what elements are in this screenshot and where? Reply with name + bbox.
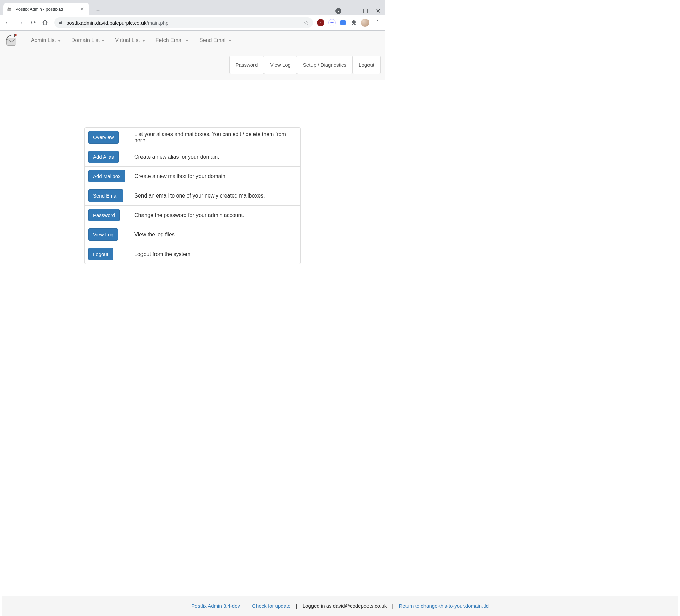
profile-avatar-icon[interactable] (361, 19, 369, 27)
row-desc: Change the password for your admin accou… (135, 212, 297, 218)
svg-rect-16 (14, 34, 15, 37)
svg-rect-14 (340, 21, 346, 25)
nav-logout-button[interactable]: Logout (352, 56, 380, 74)
row-desc: Send an email to one of your newly creat… (135, 193, 297, 199)
svg-point-5 (331, 22, 333, 24)
new-tab-button[interactable]: + (93, 5, 103, 16)
nav-setup-button[interactable]: Setup / Diagnostics (297, 56, 353, 74)
browser-chrome: Postfix Admin - postfixad ✕ + ▾ — ✕ ← → … (0, 0, 385, 30)
nav-virtual-list[interactable]: Virtual List (110, 34, 149, 47)
main-content: Overview List your aliases and mailboxes… (0, 81, 385, 324)
row-desc: Create a new mailbox for your domain. (135, 173, 297, 179)
nav-viewlog-button[interactable]: View Log (263, 56, 297, 74)
row-desc: Logout from the system (135, 251, 297, 257)
svg-text:u: u (320, 22, 321, 24)
nav-send-email[interactable]: Send Email (195, 34, 236, 47)
overview-button[interactable]: Overview (88, 131, 119, 143)
extension-icon[interactable] (328, 19, 336, 27)
add-alias-button[interactable]: Add Alias (88, 150, 119, 163)
favicon-icon (7, 6, 13, 12)
svg-line-12 (330, 24, 331, 25)
app-header: Admin List Domain List Virtual List Fetc… (0, 30, 385, 81)
list-item: Add Mailbox Create a new mailbox for you… (85, 167, 301, 186)
action-list: Overview List your aliases and mailboxes… (85, 128, 301, 264)
view-log-button[interactable]: View Log (88, 228, 118, 241)
nav-domain-list[interactable]: Domain List (67, 34, 109, 47)
extensions-row: u ⋮ (317, 19, 382, 27)
tab-strip: Postfix Admin - postfixad ✕ + ▾ — ✕ (0, 0, 385, 16)
lock-icon (58, 21, 63, 25)
svg-line-13 (333, 21, 334, 22)
nav-label: Fetch Email (155, 37, 184, 43)
caret-down-icon (142, 40, 145, 41)
ublock-icon[interactable]: u (317, 19, 324, 27)
nav-password-button[interactable]: Password (229, 56, 264, 74)
caret-down-icon (102, 40, 104, 41)
forward-icon: → (16, 20, 25, 27)
svg-line-11 (333, 24, 334, 25)
list-item: Overview List your aliases and mailboxes… (85, 128, 301, 147)
back-icon[interactable]: ← (3, 20, 12, 27)
nav-menu: Admin List Domain List Virtual List Fetc… (26, 34, 236, 47)
navbar: Admin List Domain List Virtual List Fetc… (0, 31, 385, 50)
nav-label: Admin List (31, 37, 56, 43)
nav-fetch-email[interactable]: Fetch Email (151, 34, 193, 47)
nav-right: Password View Log Setup / Diagnostics Lo… (0, 50, 385, 80)
kebab-menu-icon[interactable]: ⋮ (373, 19, 382, 27)
url-text: postfixadmin.david.palepurple.co.uk/main… (66, 20, 168, 26)
password-button[interactable]: Password (88, 209, 120, 221)
nav-label: Domain List (72, 37, 100, 43)
app-logo-icon[interactable] (3, 32, 22, 48)
nav-label: Send Email (199, 37, 227, 43)
maximize-icon[interactable] (364, 9, 368, 13)
caret-down-icon (58, 40, 61, 41)
svg-rect-1 (11, 7, 11, 8)
extension-icon-2[interactable] (340, 20, 346, 26)
caret-down-icon (186, 40, 189, 41)
close-window-icon[interactable]: ✕ (375, 7, 380, 15)
nav-label: Virtual List (115, 37, 140, 43)
logout-button[interactable]: Logout (88, 248, 113, 260)
minimize-icon[interactable]: — (349, 5, 356, 14)
url-path: /main.php (146, 20, 168, 26)
svg-rect-15 (7, 38, 16, 45)
window-controls: ▾ — ✕ (335, 7, 385, 16)
home-icon[interactable] (41, 20, 50, 26)
svg-rect-2 (364, 9, 368, 13)
extensions-puzzle-icon[interactable] (350, 20, 357, 26)
close-tab-icon[interactable]: ✕ (80, 6, 85, 12)
browser-tab[interactable]: Postfix Admin - postfixad ✕ (3, 3, 89, 16)
address-bar[interactable]: postfixadmin.david.palepurple.co.uk/main… (54, 18, 313, 28)
url-host: postfixadmin.david.palepurple.co.uk (66, 20, 146, 26)
list-item: View Log View the log files. (85, 225, 301, 245)
list-item: Password Change the password for your ad… (85, 205, 301, 225)
reload-icon[interactable]: ⟳ (29, 19, 37, 27)
send-email-button[interactable]: Send Email (88, 190, 123, 202)
browser-toolbar: ← → ⟳ postfixadmin.david.palepurple.co.u… (0, 16, 385, 30)
add-mailbox-button[interactable]: Add Mailbox (88, 170, 125, 183)
row-desc: Create a new alias for your domain. (135, 154, 297, 160)
list-item: Send Email Send an email to one of your … (85, 186, 301, 205)
svg-line-10 (330, 21, 331, 22)
bookmark-star-icon[interactable]: ☆ (304, 20, 309, 27)
list-item: Add Alias Create a new alias for your do… (85, 147, 301, 167)
row-desc: List your aliases and mailboxes. You can… (135, 132, 297, 143)
caret-down-icon (229, 40, 231, 41)
chrome-menu-icon[interactable]: ▾ (335, 8, 341, 14)
list-item: Logout Logout from the system (85, 245, 301, 263)
svg-rect-3 (59, 23, 62, 25)
svg-rect-0 (8, 9, 11, 11)
tab-title: Postfix Admin - postfixad (16, 7, 77, 12)
row-desc: View the log files. (135, 232, 297, 238)
nav-admin-list[interactable]: Admin List (26, 34, 65, 47)
